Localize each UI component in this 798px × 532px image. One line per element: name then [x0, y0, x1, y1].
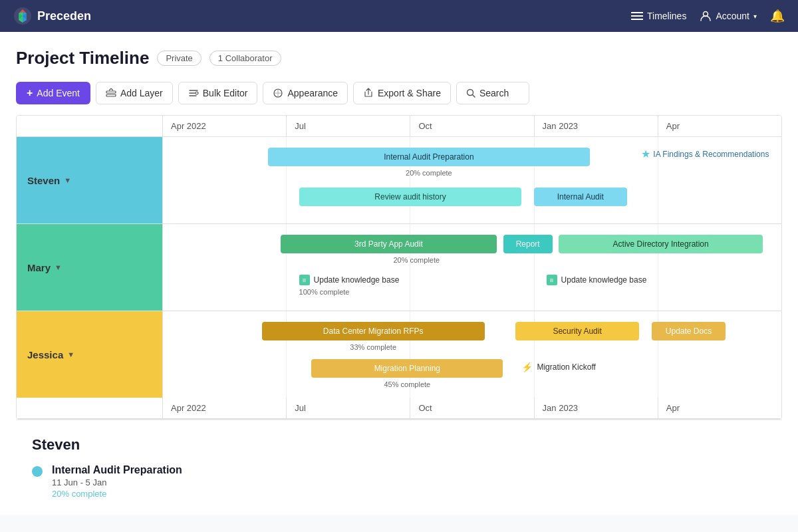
timeline-header-top: Apr 2022 Jul Oct Jan 2023 Apr — [17, 116, 781, 137]
mary-content: 3rd Party App Audit Report 20% complete … — [163, 224, 781, 311]
bar-dc-pct: 33% complete — [262, 343, 485, 351]
task-migration-kickoff[interactable]: ⚡ Migration Kickoff — [521, 362, 595, 372]
bar-update-docs[interactable]: Update Docs — [652, 322, 726, 340]
bar-review-audit[interactable]: Review audit history — [299, 188, 522, 206]
jessica-gantt-area: Data Center Migration RFPs 33% complete … — [163, 311, 781, 398]
bulk-editor-button[interactable]: Bulk Editor — [178, 82, 258, 104]
bar-internal-audit-prep[interactable]: Internal Audit Preparation — [268, 148, 590, 166]
date-col-bottom-jan2023: Jan 2023 — [535, 398, 658, 418]
lane-label-steven: Steven ▼ — [17, 137, 163, 223]
task-icon-kb1: ≡ — [299, 275, 310, 285]
date-col-bottom-apr2022: Apr 2022 — [163, 398, 287, 418]
export-share-button[interactable]: Export & Share — [353, 82, 451, 104]
mary-name: Mary — [27, 262, 51, 273]
app-name: Preceden — [37, 9, 91, 23]
page-header: Project Timeline Private 1 Collaborator — [16, 48, 782, 68]
lightning-icon: ⚡ — [521, 362, 533, 372]
svg-point-4 — [196, 92, 198, 94]
steven-chevron-icon[interactable]: ▼ — [64, 176, 71, 184]
date-col-apr2: Apr — [658, 116, 781, 136]
date-col-jan2023: Jan 2023 — [535, 116, 658, 136]
bulk-editor-label: Bulk Editor — [203, 88, 248, 98]
app-header: Preceden Timelines Account ▾ 🔔 — [0, 0, 798, 32]
date-col-apr2022: Apr 2022 — [163, 116, 287, 136]
search-label: Search — [479, 88, 509, 98]
bulk-editor-icon — [188, 88, 199, 98]
date-col-bottom-apr2: Apr — [658, 398, 781, 418]
lane-label-mary: Mary ▼ — [17, 224, 163, 311]
detail-section: Steven Internal Audit Preparation 11 Jun… — [16, 420, 782, 515]
lane-row-steven: Steven ▼ Internal Audit Preparation — [17, 137, 781, 224]
add-layer-button[interactable]: Add Layer — [96, 82, 173, 104]
lane-label-jessica: Jessica ▼ — [17, 311, 163, 398]
mary-gantt-area: 3rd Party App Audit Report 20% complete … — [163, 224, 781, 311]
svg-rect-2 — [106, 91, 116, 93]
steven-name: Steven — [27, 175, 60, 186]
task-kb1-pct: 100% complete — [299, 288, 485, 296]
timelines-icon — [631, 12, 643, 20]
appearance-icon — [273, 88, 283, 98]
timeline-container: Apr 2022 Jul Oct Jan 2023 Apr Steven ▼ — [16, 115, 782, 420]
timeline-dates-bottom: Apr 2022 Jul Oct Jan 2023 Apr — [163, 398, 781, 418]
milestone-ia-findings: ★ IA Findings & Recommendations — [641, 148, 769, 160]
star-icon: ★ — [641, 148, 650, 160]
detail-content: Internal Audit Preparation 11 Jun - 5 Ja… — [52, 464, 182, 499]
timelines-button[interactable]: Timelines — [631, 11, 686, 21]
bar-dc-migration-rfps[interactable]: Data Center Migration RFPs — [262, 322, 485, 340]
detail-item-pct: 20% complete — [52, 489, 182, 499]
export-share-label: Export & Share — [378, 88, 441, 98]
date-col-oct: Oct — [410, 116, 534, 136]
collaborators-badge: 1 Collaborator — [209, 51, 281, 66]
bar-3rd-party-audit[interactable]: 3rd Party App Audit — [281, 235, 497, 253]
date-col-jul: Jul — [287, 116, 410, 136]
steven-content: Internal Audit Preparation 20% complete … — [163, 137, 781, 223]
page-title: Project Timeline — [16, 48, 149, 68]
jessica-name: Jessica — [27, 349, 63, 360]
bar-active-dir[interactable]: Active Directory Integration — [559, 235, 763, 253]
detail-item-dates: 11 Jun - 5 Jan — [52, 477, 182, 487]
header-actions: Timelines Account ▾ 🔔 — [631, 9, 785, 23]
svg-rect-3 — [106, 94, 116, 96]
timelines-label: Timelines — [647, 11, 686, 21]
bar-report[interactable]: Report — [503, 235, 553, 253]
detail-dot — [32, 466, 43, 477]
main-page: Project Timeline Private 1 Collaborator … — [0, 32, 798, 515]
account-chevron-icon: ▾ — [753, 13, 757, 20]
mary-chevron-icon[interactable]: ▼ — [55, 263, 62, 271]
task-update-kb-1[interactable]: ≡ Update knowledge base — [299, 275, 400, 285]
appearance-button[interactable]: Appearance — [263, 82, 348, 104]
bar-migration-pct: 45% complete — [311, 380, 503, 388]
date-col-bottom-jul: Jul — [287, 398, 410, 418]
add-event-icon: + — [27, 87, 33, 99]
bar-internal-audit[interactable]: Internal Audit — [534, 188, 627, 206]
task-update-kb-2[interactable]: ≡ Update knowledge base — [547, 275, 647, 285]
lane-row-jessica: Jessica ▼ Data Center Migration RFPs — [17, 311, 781, 398]
privacy-badge: Private — [157, 51, 201, 66]
toolbar: + Add Event Add Layer Bulk Editor Appear… — [16, 82, 782, 104]
appearance-label: Appearance — [287, 88, 338, 98]
account-icon — [700, 10, 712, 22]
timeline-header-bottom: Apr 2022 Jul Oct Jan 2023 Apr — [17, 398, 781, 419]
task-icon-kb2: ≡ — [547, 275, 557, 285]
jessica-content: Data Center Migration RFPs 33% complete … — [163, 311, 781, 398]
account-label: Account — [716, 11, 749, 21]
add-event-button[interactable]: + Add Event — [16, 82, 90, 104]
lane-label-spacer — [17, 116, 163, 136]
detail-item: Internal Audit Preparation 11 Jun - 5 Ja… — [32, 464, 766, 499]
lane-row-mary: Mary ▼ 3rd Party App Audit — [17, 224, 781, 311]
add-layer-label: Add Layer — [120, 88, 163, 98]
bar-security-audit[interactable]: Security Audit — [515, 322, 639, 340]
jessica-chevron-icon[interactable]: ▼ — [67, 350, 74, 358]
bar-internal-audit-prep-pct: 20% complete — [268, 169, 590, 177]
search-icon — [466, 88, 475, 98]
lane-label-spacer-bottom — [17, 398, 163, 418]
add-layer-icon — [106, 88, 116, 98]
date-col-bottom-oct: Oct — [410, 398, 534, 418]
search-button[interactable]: Search — [456, 82, 529, 104]
bar-migration-planning[interactable]: Migration Planning — [311, 359, 503, 378]
bell-icon[interactable]: 🔔 — [770, 9, 785, 23]
account-button[interactable]: Account ▾ — [700, 10, 757, 22]
logo-area: Preceden — [13, 7, 91, 25]
detail-item-title: Internal Audit Preparation — [52, 464, 182, 476]
bar-3rd-party-pct: 20% complete — [281, 256, 553, 264]
